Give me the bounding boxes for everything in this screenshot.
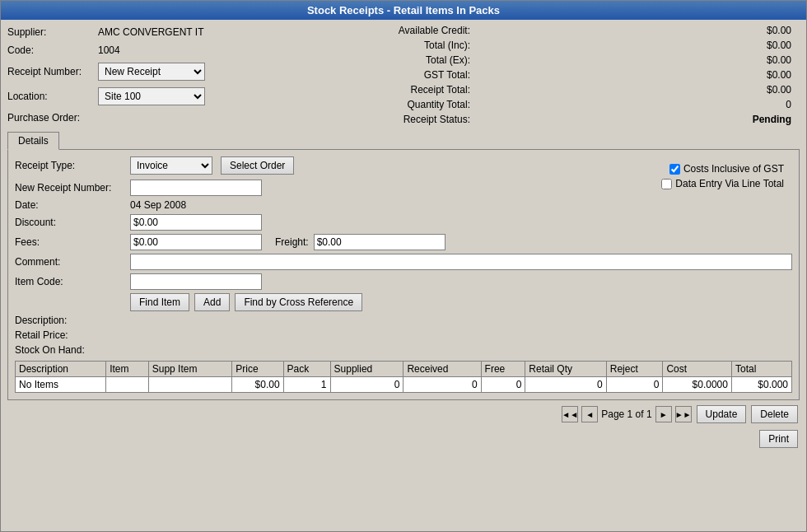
top-left: Supplier: AMC CONVERGENT IT Code: 1004 R…: [7, 25, 353, 125]
freight-label: Freight:: [275, 236, 309, 248]
total-ex-value: $0.00: [477, 54, 800, 66]
supplier-value: AMC CONVERGENT IT: [98, 26, 353, 38]
item-code-label: Item Code:: [15, 276, 130, 287]
col-price: Price: [232, 362, 283, 377]
col-received: Received: [404, 362, 481, 377]
receipt-number-row: New Receipt: [98, 63, 353, 81]
cell-price: $0.00: [232, 377, 283, 393]
available-credit-value: $0.00: [477, 25, 800, 36]
gst-total-label: GST Total:: [370, 69, 477, 81]
costs-inclusive-checkbox[interactable]: [669, 164, 680, 175]
total-inc-value: $0.00: [477, 40, 800, 51]
items-table-container: Description Item Supp Item Price Pack Su…: [15, 361, 792, 393]
description-label: Description:: [15, 315, 130, 326]
location-select[interactable]: Site 100: [98, 87, 205, 105]
add-button[interactable]: Add: [194, 293, 230, 311]
items-table: Description Item Supp Item Price Pack Su…: [15, 361, 792, 393]
costs-inclusive-label: Costs Inclusive of GST: [683, 163, 784, 175]
print-button[interactable]: Print: [759, 430, 798, 448]
tab-container: Details Receipt Type: Invoice Credit Not…: [7, 131, 800, 400]
comment-input[interactable]: [130, 254, 792, 270]
cell-description: No Items: [16, 377, 106, 393]
fees-input[interactable]: [130, 234, 262, 250]
col-retail-qty: Retail Qty: [525, 362, 606, 377]
receipt-type-select[interactable]: Invoice Credit Note Other: [130, 156, 212, 175]
item-code-row: [130, 273, 792, 290]
receipt-status-label: Receipt Status:: [370, 114, 477, 125]
receipt-total-label: Receipt Total:: [370, 84, 477, 96]
stock-on-hand-label: Stock On Hand:: [15, 344, 130, 356]
new-receipt-number-input[interactable]: [130, 180, 262, 196]
find-item-button[interactable]: Find Item: [130, 293, 189, 311]
col-reject: Reject: [606, 362, 663, 377]
date-label: Date:: [15, 199, 130, 211]
available-credit-label: Available Credit:: [370, 25, 477, 36]
page-info: Page 1 of 1: [601, 408, 651, 420]
top-right: Available Credit: $0.00 Total (Inc): $0.…: [370, 25, 800, 125]
cell-supp-item: [148, 377, 232, 393]
costs-inclusive-row: Costs Inclusive of GST: [669, 163, 784, 175]
receipt-type-section: Receipt Type: Invoice Credit Note Other …: [15, 156, 792, 175]
cell-retail-qty: 0: [525, 377, 606, 393]
pagination-area: ◄◄ ◄ Page 1 of 1 ► ►►: [562, 406, 691, 422]
print-row: Print: [7, 428, 800, 451]
select-order-button[interactable]: Select Order: [221, 156, 294, 175]
delete-button[interactable]: Delete: [751, 405, 798, 423]
discount-input[interactable]: [130, 214, 262, 231]
col-cost: Cost: [663, 362, 732, 377]
cell-total: $0.000: [731, 377, 791, 393]
content-area: Supplier: AMC CONVERGENT IT Code: 1004 R…: [1, 20, 806, 531]
col-supp-item: Supp Item: [148, 362, 232, 377]
tab-bar: Details: [7, 131, 800, 149]
receipt-status-value: Pending: [477, 114, 800, 125]
cell-pack: 1: [283, 377, 330, 393]
next-page-button[interactable]: ►: [655, 406, 672, 422]
table-header-row: Description Item Supp Item Price Pack Su…: [16, 362, 792, 377]
table-row: No Items $0.00 1 0 0 0 0 0 $0.0000: [16, 377, 792, 393]
last-page-button[interactable]: ►►: [675, 406, 692, 422]
col-free: Free: [481, 362, 525, 377]
first-page-button[interactable]: ◄◄: [562, 406, 578, 422]
col-description: Description: [16, 362, 106, 377]
freight-input[interactable]: [314, 234, 445, 250]
cell-item: [106, 377, 149, 393]
receipt-number-label: Receipt Number:: [7, 66, 98, 77]
receipt-total-value: $0.00: [477, 84, 800, 96]
item-code-input[interactable]: [130, 273, 262, 290]
discount-row: [130, 214, 792, 231]
find-cross-ref-button[interactable]: Find by Cross Reference: [235, 293, 362, 311]
location-label: Location:: [7, 91, 98, 102]
tab-details[interactable]: Details: [7, 132, 59, 150]
title-bar: Stock Receipts - Retail Items In Packs: [1, 1, 806, 20]
window-title: Stock Receipts - Retail Items In Packs: [307, 4, 500, 16]
data-entry-checkbox[interactable]: [661, 179, 672, 189]
quantity-total-value: 0: [477, 99, 800, 110]
prev-page-button[interactable]: ◄: [581, 406, 598, 422]
col-item: Item: [106, 362, 149, 377]
bottom-bar: ◄◄ ◄ Page 1 of 1 ► ►► Update Delete: [7, 403, 800, 426]
update-button[interactable]: Update: [697, 405, 747, 423]
receipt-type-label: Receipt Type:: [15, 160, 130, 171]
receipt-number-select[interactable]: New Receipt: [98, 63, 205, 81]
tab-content: Receipt Type: Invoice Credit Note Other …: [7, 149, 800, 400]
data-entry-label: Data Entry Via Line Total: [675, 178, 784, 189]
main-window: Stock Receipts - Retail Items In Packs S…: [0, 0, 807, 532]
col-pack: Pack: [283, 362, 330, 377]
total-inc-label: Total (Inc):: [370, 40, 477, 51]
comment-label: Comment:: [15, 256, 130, 268]
code-label: Code:: [7, 44, 98, 56]
fees-label: Fees:: [15, 236, 130, 248]
data-entry-row: Data Entry Via Line Total: [661, 178, 784, 189]
supplier-label: Supplier:: [7, 26, 98, 38]
cell-free: 0: [481, 377, 525, 393]
discount-label: Discount:: [15, 217, 130, 228]
new-receipt-number-label: New Receipt Number:: [15, 182, 130, 194]
code-value: 1004: [98, 44, 353, 56]
date-value: 04 Sep 2008: [130, 199, 792, 211]
gst-total-value: $0.00: [477, 69, 800, 81]
cell-received: 0: [404, 377, 481, 393]
top-section: Supplier: AMC CONVERGENT IT Code: 1004 R…: [7, 25, 800, 125]
cell-reject: 0: [606, 377, 663, 393]
fees-row: Freight:: [130, 234, 792, 250]
total-ex-label: Total (Ex):: [370, 54, 477, 66]
